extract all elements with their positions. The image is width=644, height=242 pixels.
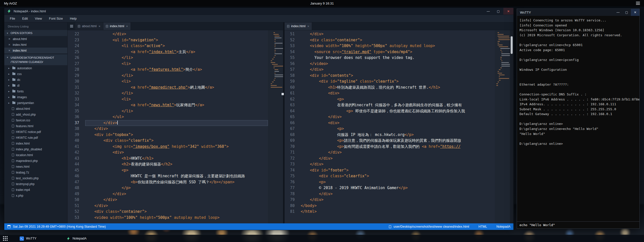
code-line[interactable]: </div> — [85, 197, 268, 203]
code-line[interactable]: <p> — [301, 96, 495, 102]
code-line[interactable]: Your browser does not support the video … — [301, 55, 495, 61]
tree-file-row[interactable]: HKWTC rule.pdf — [4, 135, 67, 141]
chevron-right-icon[interactable]: ▸ — [8, 84, 11, 87]
code-line[interactable]: </div> — [85, 191, 268, 197]
gutter-line-number[interactable]: 58 — [285, 73, 299, 79]
code-line[interactable]: <p> — [301, 126, 495, 132]
code-line[interactable]: </p> — [85, 185, 268, 191]
code-line[interactable]: <div class="container"> — [301, 37, 495, 43]
tree-folder-row[interactable]: ▸dl — [4, 83, 67, 88]
code-line[interactable]: </div> — [301, 197, 495, 203]
open-editor-row[interactable]: ✕index.html — [4, 48, 67, 53]
close-icon[interactable]: ✕ — [8, 38, 10, 40]
gutter-line-number[interactable]: 33 — [68, 96, 83, 102]
gutter-line-number[interactable]: 66 — [285, 120, 299, 126]
gutter-line-number[interactable]: 68 — [285, 132, 299, 138]
code-line[interactable]: <a href="mapredirect.php">網上地圖</a> — [85, 85, 268, 91]
code-line[interactable]: </div> — [301, 161, 495, 167]
code-line[interactable]: </div> — [301, 191, 495, 197]
code-line[interactable]: <div> — [85, 150, 268, 156]
tree-file-row[interactable]: test_sockets.php — [4, 175, 67, 181]
gutter-line-number[interactable]: 44 — [68, 161, 83, 167]
gutter-line-number[interactable]: 63 — [285, 102, 299, 108]
code-line[interactable]: </div> — [301, 67, 495, 73]
code-line[interactable]: <div> — [301, 120, 495, 126]
close-icon[interactable]: ✕ — [8, 43, 10, 46]
gutter-line-number[interactable]: 56 — [285, 61, 299, 67]
gutter-line-number[interactable]: 34 — [68, 102, 83, 108]
gutter-line-number[interactable]: 59 — [285, 79, 299, 85]
code-line[interactable]: <p> — [85, 167, 268, 174]
gutter-line-number[interactable]: 52 — [68, 209, 83, 215]
gutter-line-number[interactable]: 70 — [285, 144, 299, 150]
code-line[interactable]: <p>如有問題或需要申請白名單，歡迎加入我們的 <a href="https:/… — [301, 144, 495, 150]
gutter-line-number[interactable]: 41 — [68, 144, 83, 150]
chevron-right-icon[interactable]: ▸ — [8, 90, 11, 93]
open-editors-header[interactable]: ▾ OPEN EDITORS — [4, 30, 67, 36]
code-line[interactable]: </div> — [85, 126, 268, 132]
tree-file-row[interactable]: teabag.7z — [4, 169, 67, 175]
editor-tab[interactable]: index.html✕ — [285, 22, 312, 30]
code-line[interactable]: <source src="trailer.mp4" type="video/mp… — [301, 49, 495, 55]
tree-file-row[interactable]: news.html — [4, 164, 67, 169]
tab-close-icon[interactable]: ✕ — [126, 25, 128, 28]
gutter-line-number[interactable]: 23 — [68, 37, 83, 43]
code-line[interactable]: <p> — [301, 179, 495, 185]
hamburger-menu-icon[interactable] — [636, 2, 640, 5]
tree-file-row[interactable]: index.php_disabled — [4, 146, 67, 152]
taskbar-item-notepada[interactable]: NotepadA — [66, 236, 87, 241]
gutter-line-number[interactable]: 35 — [68, 108, 83, 114]
gutter-line-number[interactable]: 42 — [68, 150, 83, 156]
gutter-line-number[interactable]: 69 — [285, 138, 299, 144]
code-line[interactable]: <div id="tagline" class="clearfix"> — [301, 79, 495, 85]
gutter-line-number[interactable]: 45 — [68, 167, 83, 174]
scrollbar-right[interactable] — [510, 30, 513, 223]
menu-item-font-size[interactable]: Font Size — [45, 15, 66, 22]
code-line[interactable]: </html> — [301, 209, 495, 215]
code-line[interactable]: <li> — [85, 79, 268, 85]
tree-file-row[interactable]: about.html — [4, 106, 67, 112]
code-line[interactable]: <video width="100%" height="500px" autop… — [85, 215, 268, 221]
tree-file-row[interactable]: trailer.mp4 — [4, 187, 67, 193]
chevron-right-icon[interactable]: ▸ — [8, 67, 11, 70]
code-line[interactable]: </div> — [301, 31, 495, 37]
gutter-line-number[interactable]: 73 — [285, 161, 299, 167]
chevron-right-icon[interactable]: ▸ — [8, 101, 11, 104]
tree-file-row[interactable]: location.html — [4, 152, 67, 158]
tree-file-row[interactable]: HKWTC notice.pdf — [4, 129, 67, 135]
code-line[interactable]: 伺服器 IP 地址為： mcs.hkwtc.org</p> — [301, 132, 495, 138]
gutter-line-number[interactable]: 61 — [285, 90, 299, 96]
gutter-line-number[interactable]: 24 — [68, 43, 83, 49]
gutter-line-number[interactable]: 25 — [68, 49, 83, 55]
app-launcher-icon[interactable] — [3, 236, 8, 241]
tree-file-row[interactable]: features.html — [4, 123, 67, 129]
menu-item-edit[interactable]: Edit — [19, 15, 31, 22]
gutter-line-number[interactable]: 74 — [285, 167, 299, 174]
open-editor-row[interactable]: ✕index.html — [4, 42, 67, 48]
tree-file-row[interactable]: mapredirect.php — [4, 158, 67, 164]
close-button[interactable]: ✕ — [503, 8, 513, 15]
gutter-line-number[interactable]: 43 — [68, 156, 83, 162]
gutter-line-number[interactable]: 62 — [285, 96, 299, 102]
tree-folder-row[interactable]: ▸dc — [4, 77, 67, 83]
code-line[interactable]: <a href="index.html">主頁</a> — [85, 49, 268, 55]
editor-tab[interactable]: about.html✕ — [75, 22, 103, 30]
chevron-right-icon[interactable]: ▸ — [8, 73, 11, 75]
tree-folder-row[interactable]: ▸yamiyamilan — [4, 100, 67, 106]
close-button[interactable]: ✕ — [631, 9, 639, 16]
code-line[interactable]: </div> — [301, 156, 495, 162]
gutter-line-number[interactable]: 67 — [285, 126, 299, 132]
tab-close-icon[interactable]: ✕ — [307, 25, 309, 28]
code-line[interactable]: </div> — [301, 150, 495, 156]
gutter-line-number[interactable]: 22 — [68, 31, 83, 37]
gutter-line-number[interactable]: 57 — [285, 67, 299, 73]
code-line[interactable]: HKWTC 是一個 Minecraft 的建築伺服器，主要建築計劃包括鐵路 — [85, 173, 268, 179]
chevron-right-icon[interactable]: ▸ — [8, 96, 11, 98]
gutter-line-number[interactable]: 40 — [68, 138, 83, 144]
gutter-line-number[interactable]: 60 — [285, 85, 299, 91]
minimap-right[interactable] — [495, 30, 510, 223]
code-line[interactable]: <div id="contents"> — [301, 73, 495, 79]
gutter-line-number[interactable]: 30 — [68, 79, 83, 85]
code-line[interactable]: </li> — [85, 73, 268, 79]
notepad-titlebar[interactable]: NotepadA - index.html — ▢ ✕ — [4, 8, 513, 15]
